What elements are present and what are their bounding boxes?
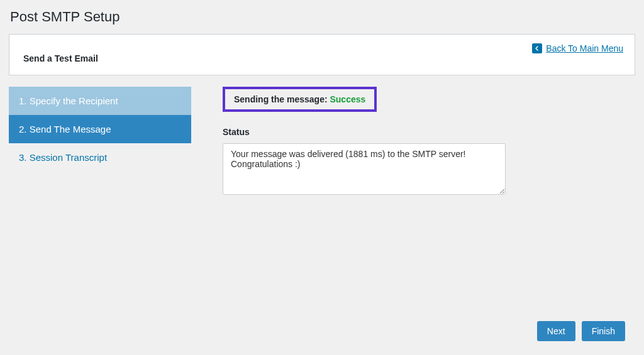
card-title: Send a Test Email xyxy=(23,53,621,63)
arrow-left-icon xyxy=(532,43,542,53)
sending-result-box: Sending the message: Success xyxy=(223,87,377,112)
sending-status: Success xyxy=(330,94,365,104)
page-title: Post SMTP Setup xyxy=(9,9,635,25)
step-num: 2. xyxy=(19,124,27,134)
step-num: 3. xyxy=(19,152,27,163)
next-button[interactable]: Next xyxy=(537,321,575,341)
back-to-main-link[interactable]: Back To Main Menu xyxy=(532,43,623,53)
step-num: 1. xyxy=(19,96,27,106)
footer-buttons: Next Finish xyxy=(537,321,625,341)
finish-button[interactable]: Finish xyxy=(582,321,625,341)
step-content: Sending the message: Success Status xyxy=(223,87,635,197)
back-to-main-label: Back To Main Menu xyxy=(546,43,623,53)
step-specify-recipient[interactable]: 1. Specify the Recipient xyxy=(9,87,191,115)
step-label: Session Transcript xyxy=(30,152,107,163)
status-heading: Status xyxy=(223,127,635,137)
card-header: Send a Test Email Back To Main Menu xyxy=(9,34,635,75)
step-session-transcript[interactable]: 3. Session Transcript xyxy=(9,143,191,172)
wizard: 1. Specify the Recipient 2. Send The Mes… xyxy=(9,87,635,197)
step-label: Send The Message xyxy=(30,124,111,134)
sending-label: Sending the message: xyxy=(234,94,330,104)
step-label: Specify the Recipient xyxy=(30,96,118,106)
step-send-message[interactable]: 2. Send The Message xyxy=(9,115,191,143)
steps-list: 1. Specify the Recipient 2. Send The Mes… xyxy=(9,87,191,197)
status-textarea[interactable] xyxy=(223,143,506,195)
